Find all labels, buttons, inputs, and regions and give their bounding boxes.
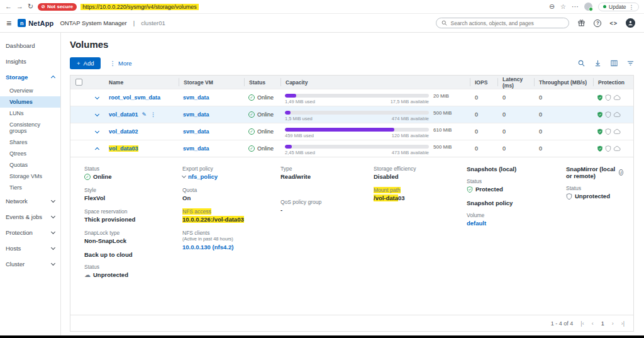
extensions-icon[interactable]: ⋯ xyxy=(572,3,579,10)
sidebar-item-volumes[interactable]: Volumes xyxy=(0,96,60,108)
not-secure-badge[interactable]: ⊘ Not secure xyxy=(38,3,77,11)
bookmark-star-icon[interactable]: ☆ xyxy=(560,3,566,10)
svm-link[interactable]: svm_data xyxy=(183,128,209,135)
row-expand-icon[interactable] xyxy=(89,114,104,116)
volume-link[interactable]: root_vol_svm_data xyxy=(109,94,160,101)
info-icon[interactable]: i xyxy=(619,169,623,176)
sidebar-item-insights[interactable]: Insights xyxy=(0,54,60,69)
details-col-5: Snapshots (local) Status Protected Snaps… xyxy=(467,166,562,285)
protection-cell xyxy=(593,145,633,152)
col-protection[interactable]: Protection xyxy=(593,78,633,86)
snapshot-status-field: Status Protected xyxy=(467,178,562,193)
sidebar-item-overview[interactable]: Overview xyxy=(0,85,60,96)
sidebar-item-network[interactable]: Network xyxy=(0,193,60,209)
search-table-icon[interactable] xyxy=(578,60,585,67)
shield-check-icon xyxy=(597,94,603,101)
col-status[interactable]: Status xyxy=(244,78,280,86)
nfs-client-link[interactable]: 10.0.0.130 (nfs4.2) xyxy=(182,244,233,251)
iops-value: 0 xyxy=(470,128,497,135)
svm-link[interactable]: svm_data xyxy=(183,94,209,101)
netapp-logo[interactable]: n NetApp xyxy=(18,19,53,27)
snapshot-policy-volume-field: Volume default xyxy=(467,212,562,227)
browser-profile-avatar[interactable] xyxy=(584,3,592,11)
col-throughput[interactable]: Throughput (MB/s) xyxy=(534,78,593,86)
nfs-clients-field: NFS clients (Active in past 48 hours) 10… xyxy=(182,230,277,251)
add-button[interactable]: + Add xyxy=(70,57,101,69)
sidebar-item-dashboard[interactable]: Dashboard xyxy=(0,38,60,54)
row-expand-icon[interactable] xyxy=(89,97,104,99)
url-text[interactable]: https://10.0.0.220/sysmgr/v4/storage/vol… xyxy=(80,4,199,10)
address-bar[interactable]: ⊘ Not secure https://10.0.0.220/sysmgr/v… xyxy=(38,2,545,12)
user-avatar[interactable] xyxy=(626,18,635,28)
row-kebab-icon[interactable]: ⋮ xyxy=(150,111,156,118)
global-search[interactable] xyxy=(436,18,569,28)
volume-link[interactable]: vol_data02 xyxy=(109,128,138,135)
more-button[interactable]: ⋮ More xyxy=(109,60,131,67)
table-row[interactable]: vol_data02 svm_data ✓Online 459 MiB used… xyxy=(70,123,633,140)
capacity-bar xyxy=(285,94,429,98)
row-expand-icon[interactable] xyxy=(89,131,104,133)
sidebar-label: Events & jobs xyxy=(6,213,42,220)
chevron-down-icon[interactable] xyxy=(182,174,186,178)
browser-update-button[interactable]: Update ⋮ xyxy=(598,3,639,11)
col-capacity[interactable]: Capacity xyxy=(280,78,470,86)
hamburger-menu-icon[interactable]: ≡ xyxy=(6,18,11,28)
sidebar-item-hosts[interactable]: Hosts xyxy=(0,240,60,256)
used-label: 1,5 MiB used xyxy=(285,116,313,121)
sidebar-item-tiers[interactable]: Tiers xyxy=(0,182,60,193)
sidebar-item-shares[interactable]: Shares xyxy=(0,137,60,148)
sidebar-item-storage-vms[interactable]: Storage VMs xyxy=(0,171,60,182)
latency-value: 0 xyxy=(497,128,534,135)
sidebar-item-qtrees[interactable]: Qtrees xyxy=(0,148,60,159)
volume-link[interactable]: vol_data01 xyxy=(109,111,138,118)
cloud-icon: ☁ xyxy=(84,272,91,278)
total-capacity: 500 MiB xyxy=(433,142,466,150)
throughput-value: 0 xyxy=(534,128,593,135)
sidebar-label: Hosts xyxy=(6,245,21,252)
table-row[interactable]: vol_data03 svm_data ✓Online 2,45 MiB use… xyxy=(70,140,633,157)
next-page-icon[interactable]: › xyxy=(612,320,614,327)
whats-new-gift-icon[interactable] xyxy=(577,19,586,27)
current-page[interactable]: 1 xyxy=(601,320,604,327)
download-icon[interactable] xyxy=(594,60,601,67)
capacity-cell: 1,49 MiB used17,5 MiB available 20 MiB xyxy=(280,91,470,104)
sidebar-item-storage[interactable]: Storage xyxy=(0,69,60,85)
col-latency[interactable]: Latency (ms) xyxy=(497,78,534,86)
sidebar-item-quotas[interactable]: Quotas xyxy=(0,159,60,171)
first-page-icon[interactable]: |‹ xyxy=(580,320,584,327)
columns-icon[interactable] xyxy=(611,60,618,67)
edit-pencil-icon[interactable]: ✎ xyxy=(142,111,147,118)
export-policy-link[interactable]: nfs_policy xyxy=(188,173,218,180)
col-name[interactable]: Name xyxy=(104,78,179,86)
svm-link[interactable]: svm_data xyxy=(183,145,209,152)
help-icon[interactable]: ? xyxy=(594,20,601,27)
col-iops[interactable]: IOPS xyxy=(470,78,497,86)
filter-icon[interactable] xyxy=(627,60,634,67)
last-page-icon[interactable]: ›| xyxy=(621,320,625,327)
select-all-checkbox[interactable] xyxy=(75,79,82,86)
zoom-out-icon[interactable]: ⊖ xyxy=(549,3,555,10)
table-row[interactable]: root_vol_svm_data svm_data ✓Online 1,49 … xyxy=(70,89,633,106)
sidebar-item-cluster[interactable]: Cluster xyxy=(0,256,60,272)
col-storage-vm[interactable]: Storage VM xyxy=(179,78,244,86)
table-row[interactable]: vol_data01✎⋮ svm_data ✓Online 1,5 MiB us… xyxy=(70,106,633,123)
sidebar-item-protection[interactable]: Protection xyxy=(0,225,60,240)
browser-reload-icon[interactable]: ↻ xyxy=(28,3,33,10)
snapshot-policy-link[interactable]: default xyxy=(467,220,486,227)
browser-back-icon[interactable]: ← xyxy=(5,3,12,10)
browser-forward-icon[interactable]: → xyxy=(16,3,23,10)
shield-outline-icon xyxy=(605,94,611,101)
svm-link[interactable]: svm_data xyxy=(183,111,209,118)
api-code-icon[interactable]: <> xyxy=(609,20,618,26)
volume-link[interactable]: vol_data03 xyxy=(109,145,138,152)
browser-menu-icon[interactable]: ⋮ xyxy=(629,4,635,10)
row-collapse-icon[interactable] xyxy=(89,147,104,151)
status-cell: ✓Online xyxy=(244,145,280,152)
sidebar-item-luns[interactable]: LUNs xyxy=(0,108,60,119)
sidebar-item-consistency-groups[interactable]: Consistency groups xyxy=(0,119,60,137)
sidebar-item-events-jobs[interactable]: Events & jobs xyxy=(0,209,60,225)
used-label: 1,49 MiB used xyxy=(285,99,315,104)
check-circle-icon: ✓ xyxy=(248,128,255,135)
global-search-input[interactable] xyxy=(450,20,564,26)
prev-page-icon[interactable]: ‹ xyxy=(592,320,594,327)
